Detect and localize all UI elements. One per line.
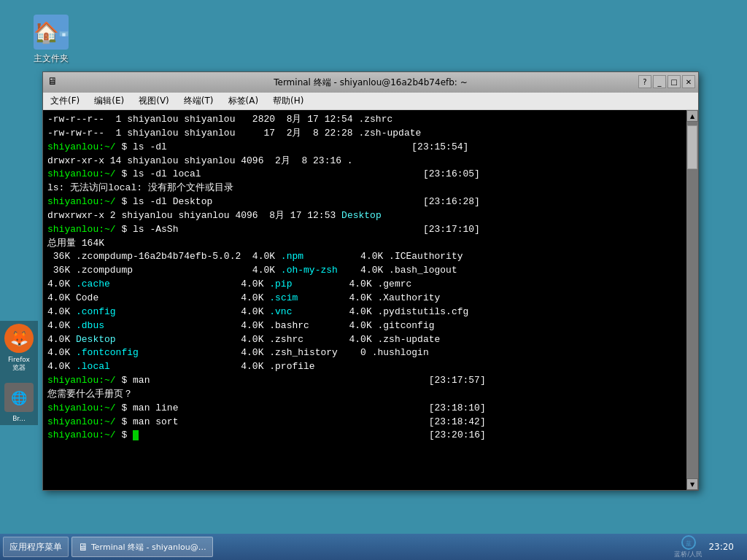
browser-icon[interactable]: 🌐: [4, 383, 34, 412]
scrollbar-up-button[interactable]: ▲: [686, 110, 698, 122]
menu-view[interactable]: 视图(V): [134, 93, 174, 109]
svg-text:蓝: 蓝: [686, 540, 692, 547]
taskbar-terminal-icon: 🖥: [78, 541, 88, 553]
scrollbar-down-button[interactable]: ▼: [686, 478, 698, 490]
browser-label: Br...: [12, 415, 26, 422]
terminal-content[interactable]: -rw-r--r-- 1 shiyanlou shiyanlou 2820 8月…: [43, 110, 686, 490]
scrollbar-thumb[interactable]: [687, 125, 697, 169]
svg-marker-1: [60, 28, 69, 31]
menu-terminal[interactable]: 终端(T): [179, 93, 218, 109]
scrollbar[interactable]: ▲ ▼: [686, 110, 698, 490]
menu-bar: 文件(F) 编辑(E) 视图(V) 终端(T) 标签(A) 帮助(H): [43, 93, 698, 110]
logo-area: 蓝 蓝桥/人民: [674, 535, 703, 559]
taskbar-right: 蓝 蓝桥/人民 23:20: [674, 535, 744, 559]
title-bar: 🖥 Terminal 终端 - shiyanlou@16a2b4b74efb: …: [43, 72, 698, 93]
maximize-button[interactable]: □: [667, 75, 681, 88]
firefox-icon[interactable]: 🦊: [4, 324, 34, 353]
help-button[interactable]: ?: [638, 75, 651, 88]
home-folder-label: 主文件夹: [34, 52, 69, 65]
home-folder-image: [34, 15, 69, 50]
firefox-label: Firefox览器: [8, 356, 30, 373]
scrollbar-track[interactable]: [686, 122, 698, 478]
logo-image: 蓝: [676, 535, 702, 550]
window-controls: ? _ □ ✕: [638, 75, 695, 88]
terminal-icon: 🖥: [47, 75, 61, 88]
taskbar-time: 23:20: [708, 542, 740, 552]
close-button[interactable]: ✕: [682, 75, 695, 88]
home-folder-icon[interactable]: 主文件夹: [22, 15, 80, 65]
terminal-wrapper: -rw-r--r-- 1 shiyanlou shiyanlou 2820 8月…: [43, 110, 698, 490]
menu-file[interactable]: 文件(F): [46, 93, 84, 109]
menu-edit[interactable]: 编辑(E): [90, 93, 128, 109]
logo-text: 蓝桥/人民: [674, 550, 703, 559]
svg-rect-2: [62, 33, 65, 36]
sidebar-dock: 🦊 Firefox览器 🌐 Br...: [0, 321, 38, 425]
app-menu-label: 应用程序菜单: [9, 541, 62, 553]
desktop: 主文件夹 🖥 Terminal 终端 - shiyanlou@16a2b4b74…: [0, 0, 747, 560]
taskbar: 应用程序菜单 🖥 Terminal 终端 - shiyanlou@… 蓝 蓝桥/…: [0, 534, 747, 560]
app-menu-button[interactable]: 应用程序菜单: [3, 537, 69, 557]
title-bar-title: Terminal 终端 - shiyanlou@16a2b4b74efb: ~: [274, 77, 468, 89]
taskbar-terminal-button[interactable]: 🖥 Terminal 终端 - shiyanlou@…: [71, 537, 213, 557]
terminal-output: -rw-r--r-- 1 shiyanlou shiyanlou 2820 8月…: [47, 113, 682, 443]
menu-help[interactable]: 帮助(H): [268, 93, 308, 109]
minimize-button[interactable]: _: [653, 75, 666, 88]
menu-tabs[interactable]: 标签(A): [224, 93, 263, 109]
taskbar-terminal-label: Terminal 终端 - shiyanlou@…: [91, 542, 206, 553]
terminal-window: 🖥 Terminal 终端 - shiyanlou@16a2b4b74efb: …: [42, 71, 699, 491]
